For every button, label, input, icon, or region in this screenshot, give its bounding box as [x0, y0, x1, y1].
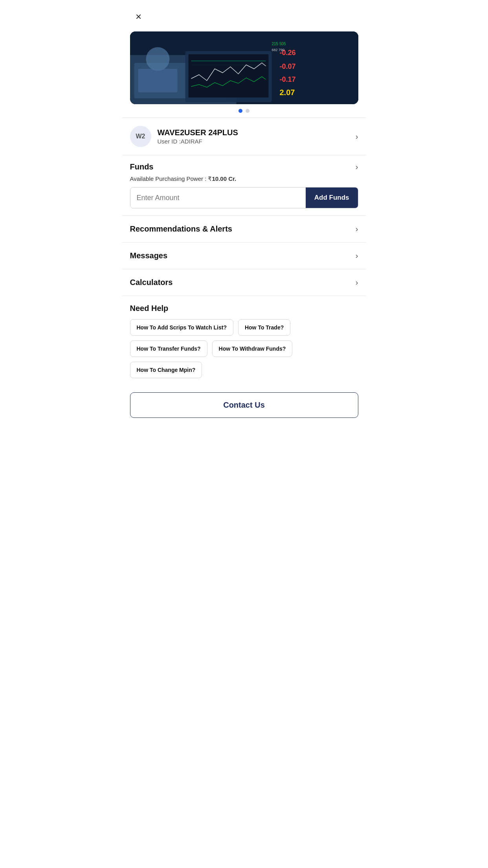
svg-text:2.07: 2.07 [279, 88, 295, 97]
recommendations-chevron-icon: › [356, 224, 358, 234]
calculators-label: Calculators [130, 278, 173, 287]
user-profile-row[interactable]: W2 WAVE2USER 24PLUS User ID :ADIRAF › [122, 118, 366, 155]
user-chevron-icon: › [356, 132, 358, 141]
svg-text:682  790: 682 790 [272, 48, 284, 52]
dot-2[interactable] [246, 109, 250, 113]
calculators-row[interactable]: Calculators › [122, 269, 366, 296]
help-buttons-container: How To Add Scrips To Watch List? How To … [130, 319, 358, 378]
svg-point-13 [146, 47, 169, 71]
purchasing-power-label: Available Purchasing Power : ₹10.00 Cr. [130, 175, 358, 182]
help-btn-trade[interactable]: How To Trade? [238, 319, 290, 336]
funds-section: Funds › Available Purchasing Power : ₹10… [122, 155, 366, 215]
svg-text:215  505: 215 505 [272, 42, 286, 46]
close-button[interactable]: × [132, 9, 146, 24]
avatar: W2 [130, 126, 151, 147]
purchasing-power-value: 10.00 Cr. [212, 175, 237, 182]
dot-1[interactable] [238, 109, 242, 113]
add-funds-button[interactable]: Add Funds [306, 188, 358, 208]
recommendations-row[interactable]: Recommendations & Alerts › [122, 216, 366, 242]
contact-us-label: Contact Us [223, 401, 265, 410]
svg-text:-0.07: -0.07 [279, 63, 295, 70]
messages-label: Messages [130, 251, 168, 260]
svg-rect-14 [138, 69, 177, 92]
banner-image: -0.26 -0.07 -0.17 2.07 215 505 682 790 [130, 31, 358, 104]
help-btn-change-mpin[interactable]: How To Change Mpin? [130, 362, 202, 378]
need-help-section: Need Help How To Add Scrips To Watch Lis… [122, 296, 366, 386]
help-btn-add-scrips[interactable]: How To Add Scrips To Watch List? [130, 319, 233, 336]
banner-chart-svg: -0.26 -0.07 -0.17 2.07 215 505 682 790 [130, 31, 358, 104]
recommendations-label: Recommendations & Alerts [130, 224, 232, 234]
amount-input[interactable] [130, 188, 306, 208]
user-name: WAVE2USER 24PLUS [158, 128, 349, 137]
funds-title: Funds [130, 162, 154, 171]
messages-chevron-icon: › [356, 251, 358, 260]
help-btn-withdraw-funds[interactable]: How To Withdraw Funds? [212, 340, 293, 357]
calculators-chevron-icon: › [356, 278, 358, 287]
contact-us-button[interactable]: Contact Us [130, 392, 358, 418]
carousel-indicators [122, 109, 366, 113]
messages-row[interactable]: Messages › [122, 243, 366, 269]
need-help-title: Need Help [130, 304, 358, 313]
funds-chevron-icon[interactable]: › [356, 162, 358, 171]
svg-text:-0.17: -0.17 [279, 75, 295, 83]
help-btn-transfer-funds[interactable]: How To Transfer Funds? [130, 340, 207, 357]
user-info: WAVE2USER 24PLUS User ID :ADIRAF [158, 128, 349, 145]
funds-input-row: Add Funds [130, 187, 358, 208]
user-id: User ID :ADIRAF [158, 138, 349, 145]
